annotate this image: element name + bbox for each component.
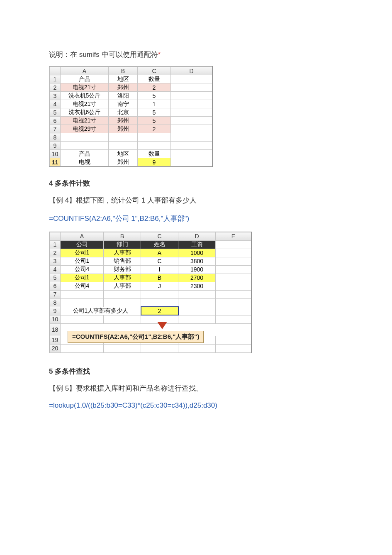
cell: 3800 [178, 257, 216, 265]
row-header: 10 [50, 315, 61, 323]
cell: 公司 [61, 240, 104, 249]
col-header-A: A [61, 67, 109, 75]
cell: A [141, 249, 178, 257]
cell [216, 282, 251, 290]
cell [171, 133, 212, 142]
cell [138, 142, 171, 150]
row-header: 19 [50, 336, 61, 344]
row-header: 10 [50, 150, 61, 158]
cell [216, 336, 251, 344]
countifs-formula: =COUNTIFS(A2:A6,"公司 1",B2:B6,"人事部") [49, 214, 343, 223]
cell [178, 298, 216, 307]
cell [216, 240, 251, 249]
row-header: 8 [50, 133, 61, 142]
col-header-D: D [178, 232, 216, 240]
col-header-A: A [61, 232, 104, 240]
intro-text: 说明：在 sumifs 中可以使用通配符* [49, 49, 343, 60]
cell [171, 125, 212, 133]
cell: 2300 [178, 282, 216, 290]
cell: 公司4 [61, 265, 104, 274]
section-4-title: 4 多条件计数 [49, 178, 343, 189]
cell: 北京 [109, 108, 138, 117]
row-header: 1 [50, 240, 61, 249]
cell: 郑州 [109, 83, 138, 92]
formula-callout: =COUNTIFS(A2:A6,"公司1",B2:B6,"人事部") [68, 331, 204, 343]
cell [216, 307, 251, 315]
cell: 5 [138, 117, 171, 125]
row-header: 7 [50, 125, 61, 133]
cell: 1000 [178, 249, 216, 257]
cell [171, 117, 212, 125]
cell: I [141, 265, 178, 274]
cell: 地区 [109, 75, 138, 83]
cell [141, 298, 178, 307]
cell: 人事部 [104, 282, 141, 290]
cell [171, 100, 212, 108]
col-header-B: B [109, 67, 138, 75]
cell: 数量 [138, 150, 171, 158]
cell: 洗衣机5公斤 [61, 92, 109, 100]
cell [178, 315, 216, 323]
cell [171, 142, 212, 150]
cell [216, 274, 251, 282]
row-header: 6 [50, 117, 61, 125]
cell: 电视29寸 [61, 125, 109, 133]
row-header: 18 [50, 323, 61, 336]
cell [104, 298, 141, 307]
cell: 郑州 [109, 158, 138, 166]
cell: 姓名 [141, 240, 178, 249]
excel-screenshot-2: A B C D E 1 公司 部门 姓名 工资 2 公司1 人事部 A 1 [49, 232, 252, 353]
cell [171, 92, 212, 100]
corner-cell [50, 67, 61, 75]
cell [178, 307, 216, 315]
cell [216, 249, 251, 257]
row-header: 5 [50, 108, 61, 117]
intro-text-main: 说明：在 sumifs 中可以使用通配符 [49, 51, 158, 59]
arrow-down-icon [157, 322, 167, 329]
cell: 5 [138, 108, 171, 117]
cell [109, 142, 138, 150]
example-4-text: 【例 4】根据下图，统计公司 1 人事部有多少人 [49, 195, 343, 206]
cell: 郑州 [109, 117, 138, 125]
cell [216, 265, 251, 274]
cell [104, 315, 141, 323]
cell: 数量 [138, 75, 171, 83]
row-header: 4 [50, 265, 61, 274]
cell [61, 344, 104, 352]
cell: 洛阳 [109, 92, 138, 100]
cell [109, 133, 138, 142]
cell: 电视 [61, 158, 109, 166]
cell: 产品 [61, 150, 109, 158]
cell [216, 315, 251, 323]
row-header: 5 [50, 274, 61, 282]
cell: 部门 [104, 240, 141, 249]
cell [104, 344, 141, 352]
cell: 人事部 [104, 274, 141, 282]
row-header: 4 [50, 100, 61, 108]
question-label: 公司1人事部有多少人 [61, 307, 141, 315]
example-5-text: 【例 5】要求根据入库时间和产品名称进行查找。 [49, 383, 343, 394]
row-header: 2 [50, 83, 61, 92]
cell [171, 108, 212, 117]
wildcard-asterisk: * [158, 51, 161, 59]
excel-screenshot-1: A B C D 1 产品 地区 数量 2 电视21寸 郑州 2 [49, 66, 213, 167]
cell: 1 [138, 100, 171, 108]
cell: 公司4 [61, 282, 104, 290]
cell: 2700 [178, 274, 216, 282]
cell [141, 344, 178, 352]
document-page: 说明：在 sumifs 中可以使用通配符* A B C D 1 产品 地区 数量… [0, 0, 392, 443]
cell [104, 290, 141, 298]
row-header: 3 [50, 257, 61, 265]
col-header-B: B [104, 232, 141, 240]
cell [141, 290, 178, 298]
cell: 1900 [178, 265, 216, 274]
cell: 公司1 [61, 274, 104, 282]
cell: 电视21寸 [61, 83, 109, 92]
cell: J [141, 282, 178, 290]
cell [171, 83, 212, 92]
cell [61, 298, 104, 307]
cell [61, 315, 104, 323]
cell: 产品 [61, 75, 109, 83]
cell: 南宁 [109, 100, 138, 108]
cell [171, 158, 212, 166]
